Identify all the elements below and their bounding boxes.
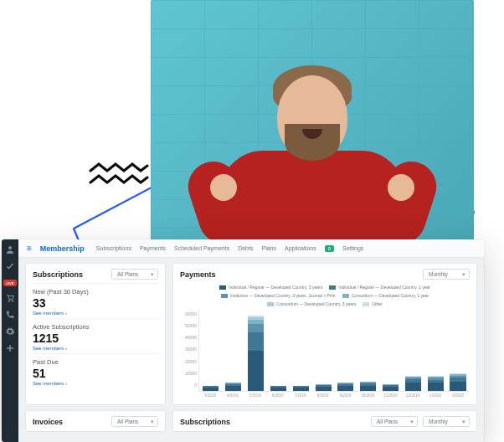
legend-item: Other	[363, 301, 383, 306]
select-value: All Plans	[117, 419, 138, 424]
chart-column	[381, 384, 401, 391]
chart-bars	[198, 310, 470, 392]
chart-column	[448, 373, 468, 391]
subscriptions-filter-select[interactable]: All Plans ▾	[111, 269, 158, 280]
tab-debts[interactable]: Debts	[238, 245, 253, 251]
subscriptions-chart-card: Subscriptions All Plans ▾ Monthly ▾	[172, 410, 477, 432]
stat-value: 1215	[33, 332, 158, 345]
svg-point-1	[8, 246, 12, 249]
stat-group: New (Past 30 Days)33See members ›	[33, 283, 158, 318]
select-value: Monthly	[429, 419, 448, 424]
invoices-card: Invoices All Plans ▾	[25, 410, 166, 432]
legend-item: Institution — Developed Country, 3 years…	[221, 293, 336, 298]
app-brand: Membership	[40, 244, 85, 253]
chart-column	[201, 386, 221, 391]
chart-legend: Individual / Regular — Developed Country…	[180, 285, 470, 306]
chart-column	[358, 382, 378, 391]
tab-payments[interactable]: Payments	[140, 245, 166, 251]
select-value: All Plans	[117, 271, 138, 277]
subscriptions-title: Subscriptions	[33, 270, 83, 279]
chart-column	[313, 384, 333, 391]
payments-period-select[interactable]: Monthly ▾	[423, 269, 470, 280]
legend-item: Individual / Regular — Developed Country…	[219, 285, 322, 290]
chevron-down-icon: ▾	[151, 419, 154, 425]
stat-link[interactable]: See members ›	[33, 346, 158, 351]
svg-point-3	[12, 301, 13, 302]
left-rail: LIVE	[2, 239, 18, 442]
tab-applications[interactable]: Applications	[285, 245, 316, 251]
subs2-period-select[interactable]: Monthly ▾	[423, 416, 470, 427]
stat-group: Active Subscriptions1215See members ›	[33, 318, 158, 353]
invoices-filter-select[interactable]: All Plans ▾	[111, 416, 158, 427]
hero-photo	[151, 0, 474, 251]
stat-value: 33	[33, 296, 158, 310]
select-value: Monthly	[429, 271, 448, 277]
legend-item: Consortium — Developed Country, 3 years	[267, 301, 356, 306]
applications-count-pill: 0	[325, 245, 334, 252]
subs2-plan-select[interactable]: All Plans ▾	[371, 416, 418, 427]
chart-column	[291, 386, 311, 391]
cart-icon[interactable]	[5, 293, 15, 303]
chart-column	[336, 383, 356, 391]
payments-chart: 6000050000400003000020000100000 3/20194/…	[180, 310, 470, 398]
payments-card: Payments Monthly ▾ Individual / Regular …	[172, 263, 477, 405]
live-badge: LIVE	[3, 280, 17, 286]
stat-label: Past Due	[33, 358, 158, 366]
stat-group: Past Due51See members ›	[33, 353, 158, 388]
select-value: All Plans	[377, 419, 398, 424]
chart-column	[268, 386, 288, 391]
stat-label: New (Past 30 Days)	[33, 288, 158, 296]
stat-link[interactable]: See members ›	[33, 311, 158, 316]
phone-icon[interactable]	[5, 310, 15, 320]
stat-link[interactable]: See members ›	[33, 381, 158, 386]
dashboard-window: LIVE ≡ Membership Subscriptions Payments…	[2, 239, 484, 442]
legend-item: Individual / Regular — Developed Country…	[329, 285, 430, 290]
legend-item: Consortium — Developed Country, 1 year	[342, 293, 429, 298]
menu-icon[interactable]: ≡	[27, 244, 32, 253]
plus-icon[interactable]	[5, 343, 15, 353]
topbar: ≡ Membership Subscriptions Payments Sche…	[18, 239, 484, 258]
chart-column	[403, 376, 423, 391]
chart-column	[425, 376, 445, 391]
chevron-down-icon: ▾	[462, 419, 465, 425]
chart-column	[246, 316, 266, 391]
tab-plans[interactable]: Plans	[261, 245, 276, 251]
chart-x-axis: 3/20194/20195/20196/20197/20198/20199/20…	[198, 392, 470, 398]
subs2-title: Subscriptions	[180, 418, 230, 426]
chevron-down-icon: ▾	[462, 271, 465, 278]
gear-icon[interactable]	[5, 326, 15, 337]
subscriptions-card: Subscriptions All Plans ▾ New (Past 30 D…	[25, 263, 166, 405]
users-icon[interactable]	[5, 244, 15, 254]
chart-column	[224, 383, 244, 391]
stat-value: 51	[33, 367, 158, 380]
chevron-down-icon: ▾	[151, 271, 154, 278]
payments-title: Payments	[180, 270, 216, 279]
svg-point-2	[8, 301, 10, 302]
tab-settings[interactable]: Settings	[342, 245, 363, 251]
invoices-title: Invoices	[33, 418, 63, 426]
tab-subscriptions[interactable]: Subscriptions	[96, 245, 131, 251]
chart-y-axis: 6000050000400003000020000100000	[180, 310, 198, 398]
check-icon[interactable]	[5, 261, 15, 271]
chevron-down-icon: ▾	[410, 419, 414, 425]
stat-label: Active Subscriptions	[33, 323, 158, 331]
decor-zigzag	[89, 162, 149, 188]
tab-scheduled-payments[interactable]: Scheduled Payments	[174, 245, 229, 251]
